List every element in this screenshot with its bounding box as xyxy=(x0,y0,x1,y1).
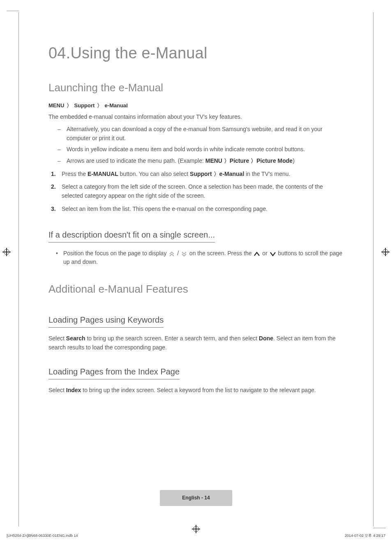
bullet-list: Position the focus on the page to displa… xyxy=(48,249,344,267)
intro-text: The embedded e-manual contains informati… xyxy=(48,113,344,122)
breadcrumb-item: MENU xyxy=(48,102,64,109)
print-page: 04.Using the e-Manual Launching the e-Ma… xyxy=(18,12,374,527)
steps-list: 1. Press the E-MANUAL button. You can al… xyxy=(48,170,344,214)
crop-mark xyxy=(7,11,19,11)
menu-path: MENU 〉 Support 〉 e-Manual xyxy=(48,102,344,110)
chevron-right-icon: 〉 xyxy=(212,171,219,177)
content-area: 04.Using the e-Manual Launching the e-Ma… xyxy=(19,12,373,395)
crop-mark xyxy=(373,528,385,528)
registration-mark-icon xyxy=(2,248,11,256)
body-text: Select Search to bring up the search scr… xyxy=(48,334,344,352)
print-meta-left: [UH5204-ZA]BN68-06330E-01ENG.indb 14 xyxy=(7,533,78,539)
chevron-right-icon: 〉 xyxy=(222,157,230,164)
list-item: Alternatively, you can download a copy o… xyxy=(58,125,344,143)
list-item: 3. Select an item from the list. This op… xyxy=(51,205,344,214)
chevron-right-icon: 〉 xyxy=(66,103,73,109)
list-item: 1. Press the E-MANUAL button. You can al… xyxy=(51,170,344,179)
chevron-down-icon xyxy=(270,251,276,256)
section-heading: Additional e-Manual Features xyxy=(48,281,344,297)
body-text: Select Index to bring up the index scree… xyxy=(48,386,344,395)
section-heading: Launching the e-Manual xyxy=(48,79,344,96)
note-list: Alternatively, you can download a copy o… xyxy=(48,125,344,166)
double-chevron-down-icon xyxy=(181,251,187,256)
registration-mark-icon xyxy=(381,248,390,256)
subsection-heading: If a description doesn't fit on a single… xyxy=(48,229,215,243)
list-item: Words in yellow indicate a menu item and… xyxy=(58,145,344,154)
chevron-right-icon: 〉 xyxy=(249,157,256,164)
subsection-heading: Loading Pages from the Index Page xyxy=(48,365,180,379)
subsection-heading: Loading Pages using Keywords xyxy=(48,314,164,328)
double-chevron-up-icon xyxy=(168,251,175,256)
breadcrumb-item: Support xyxy=(74,102,95,109)
chevron-up-icon xyxy=(254,251,260,256)
list-item: Position the focus on the page to displa… xyxy=(56,249,344,267)
page-number: English - 14 xyxy=(160,490,232,506)
breadcrumb-item: e-Manual xyxy=(105,102,128,109)
print-meta-right: 2014-07-02 오후 4:29:17 xyxy=(345,533,385,539)
page-footer: English - 14 xyxy=(19,490,373,506)
registration-mark-icon xyxy=(192,525,200,533)
chapter-title: 04.Using the e-Manual xyxy=(48,41,344,65)
list-item: 2. Select a category from the left side … xyxy=(51,183,344,200)
chevron-right-icon: 〉 xyxy=(96,103,103,109)
list-item: Arrows are used to indicate the menu pat… xyxy=(58,157,344,166)
